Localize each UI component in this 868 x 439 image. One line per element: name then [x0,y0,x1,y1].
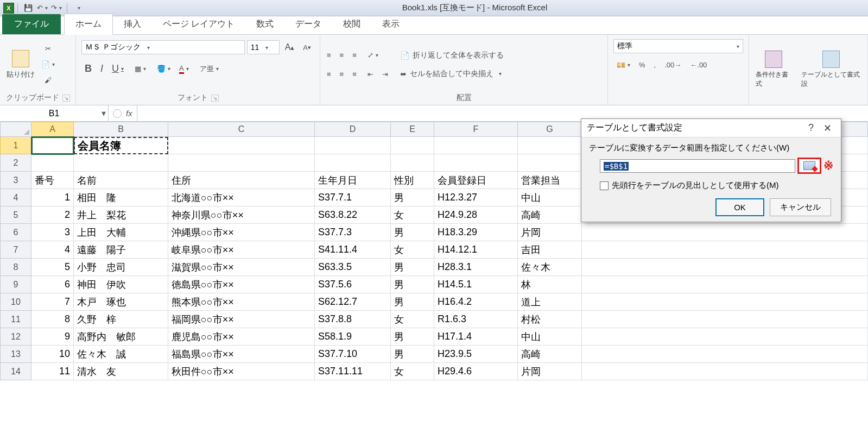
cell[interactable] [582,259,868,276]
cell[interactable]: S63.3.5 [315,259,391,276]
row-header[interactable]: 13 [0,346,31,363]
cell[interactable]: 吉田 [518,241,582,259]
cell[interactable]: H14.12.1 [434,241,518,259]
cell[interactable]: 徳島県○○市×× [168,276,315,293]
cell[interactable]: 11 [31,363,74,380]
row-header[interactable]: 2 [0,154,31,172]
cell[interactable]: H12.3.27 [434,189,518,206]
row-header[interactable]: 7 [0,241,31,259]
col-header-C[interactable]: C [168,122,315,137]
cell[interactable]: 9 [31,328,74,346]
font-launcher-icon[interactable]: ↘ [211,95,219,102]
row-header[interactable]: 1 [0,137,31,154]
cell[interactable]: 生年月日 [315,172,391,189]
cell[interactable]: 男 [391,293,434,311]
cell[interactable]: H24.9.28 [434,206,518,224]
cell[interactable]: 鹿児島○○市×× [168,328,315,346]
cell[interactable]: 男 [391,259,434,276]
ok-button[interactable]: OK [715,198,764,216]
row-header[interactable]: 3 [0,172,31,189]
cell[interactable] [582,224,868,241]
cell[interactable]: 男 [391,189,434,206]
bold-button[interactable]: B [81,61,95,77]
cell[interactable]: 滋賀県○○市×× [168,259,315,276]
col-header-D[interactable]: D [315,122,391,137]
cell[interactable]: 名前 [74,172,168,189]
cell[interactable]: 女 [391,241,434,259]
cell[interactable]: 片岡 [518,363,582,380]
cell[interactable]: 北海道○○市×× [168,189,315,206]
italic-button[interactable]: I [97,61,106,77]
currency-icon[interactable]: 💴▾ [613,59,633,71]
align-top-icon[interactable]: ≡ [324,49,334,61]
range-input[interactable]: =$B$1 [600,159,795,173]
paste-button[interactable]: 貼り付け [3,48,38,81]
row-header[interactable]: 8 [0,259,31,276]
cell[interactable]: H16.4.2 [434,293,518,311]
cancel-button[interactable]: キャンセル [770,198,831,216]
cell[interactable]: 上田 大輔 [74,224,168,241]
row-header[interactable]: 4 [0,189,31,206]
cell[interactable]: 性別 [391,172,434,189]
cell[interactable]: S37.7.10 [315,346,391,363]
qat-redo-icon[interactable]: ↷▾ [50,2,62,14]
wrap-text-button[interactable]: 📄折り返して全体を表示する [397,48,507,62]
header-row-checkbox[interactable] [600,181,609,190]
cell[interactable]: S62.12.7 [315,293,391,311]
cell[interactable]: 4 [31,241,74,259]
cell[interactable] [582,346,868,363]
tab-page-layout[interactable]: ページ レイアウト [152,14,245,34]
cell[interactable]: 村松 [518,311,582,328]
row-header[interactable]: 6 [0,224,31,241]
tab-formulas[interactable]: 数式 [245,14,284,34]
format-painter-icon[interactable]: 🖌 [38,74,58,86]
cell[interactable]: 8 [31,311,74,328]
cell[interactable] [518,137,582,154]
cell[interactable] [434,137,518,154]
cell[interactable]: H17.1.4 [434,328,518,346]
cell[interactable]: 木戸 琢也 [74,293,168,311]
cell[interactable]: 男 [391,224,434,241]
cell[interactable] [31,137,74,154]
collapse-dialog-button[interactable] [797,158,821,174]
clipboard-launcher-icon[interactable]: ↘ [62,95,70,102]
tab-view[interactable]: 表示 [371,14,410,34]
cell[interactable]: 佐々木 誠 [74,346,168,363]
row-header[interactable]: 5 [0,206,31,224]
qat-save-icon[interactable]: 💾 [22,2,34,14]
cell[interactable]: 中山 [518,328,582,346]
cell[interactable]: 営業担当 [518,172,582,189]
cell[interactable]: 林 [518,276,582,293]
cell[interactable]: 清水 友 [74,363,168,380]
cell[interactable]: S37.7.1 [315,189,391,206]
cell[interactable] [315,137,391,154]
cell[interactable] [582,363,868,380]
cell[interactable]: 男 [391,328,434,346]
cell[interactable]: 神田 伊吹 [74,276,168,293]
row-header[interactable]: 10 [0,293,31,311]
name-box-dropdown-icon[interactable]: ▾ [102,108,106,118]
cell[interactable]: 女 [391,363,434,380]
conditional-format-button[interactable]: 条件付き書式 [752,48,795,91]
fx-label[interactable]: fx [126,109,132,118]
cell[interactable]: S37.8.8 [315,311,391,328]
cell[interactable]: 岐阜県○○市×× [168,241,315,259]
col-header-E[interactable]: E [391,122,434,137]
increase-font-icon[interactable]: A▴ [282,40,298,54]
cell[interactable] [582,241,868,259]
orientation-icon[interactable]: ⤢▾ [364,49,382,61]
cell[interactable]: 会員登録日 [434,172,518,189]
cell[interactable]: 高野内 敏郎 [74,328,168,346]
align-right-icon[interactable]: ≡ [349,68,360,80]
font-color-icon[interactable]: A▾ [176,61,192,77]
copy-icon[interactable]: 📄▾ [38,58,58,71]
increase-decimal-icon[interactable]: .00→ [661,59,685,71]
cell[interactable]: 秋田件○○市×× [168,363,315,380]
cell[interactable]: 男 [391,276,434,293]
cell[interactable]: 10 [31,346,74,363]
cell[interactable]: H23.9.5 [434,346,518,363]
merge-center-button[interactable]: ⬌セルを結合して中央揃え▾ [397,67,507,81]
cell[interactable]: 5 [31,259,74,276]
underline-button[interactable]: U▾ [109,61,127,77]
increase-indent-icon[interactable]: ⇥ [379,68,391,80]
